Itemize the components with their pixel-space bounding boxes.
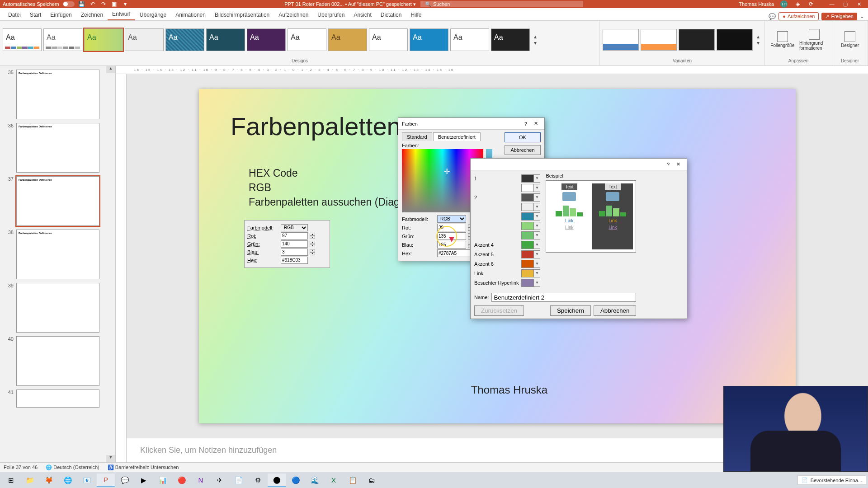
color-swatch-dropdown[interactable]: ▼ <box>521 203 540 211</box>
theme-thumb[interactable]: Aa <box>369 28 408 51</box>
tb-onenote[interactable]: N <box>192 474 210 487</box>
slideshow-icon[interactable]: ▣ <box>111 0 118 8</box>
tb-excel[interactable]: X <box>325 474 343 487</box>
slide-thumb-40[interactable]: 40 <box>5 336 111 386</box>
tb-app2[interactable]: 📊 <box>154 474 172 487</box>
variant-thumb[interactable] <box>679 29 715 51</box>
cancel-button[interactable]: Abbrechen <box>594 305 636 316</box>
theme-thumb[interactable]: Aa <box>125 28 164 51</box>
color-swatch-dropdown[interactable]: ▼ <box>521 222 540 230</box>
tb-obs[interactable]: ⬤ <box>268 474 286 487</box>
color-swatch-dropdown[interactable]: ▼ <box>521 269 540 277</box>
slide-body[interactable]: HEX Code RGB Farbenpaletten aussuchen (D… <box>249 166 403 210</box>
color-swatch-dropdown[interactable]: ▼ <box>521 184 540 192</box>
tab-standard[interactable]: Standard <box>402 132 432 141</box>
tb-powerpoint[interactable]: P <box>97 474 115 487</box>
tb-app3[interactable]: 🔴 <box>173 474 191 487</box>
tb-firefox[interactable]: 🦊 <box>40 474 58 487</box>
help-icon[interactable]: ? <box>521 121 531 127</box>
close-button[interactable]: ✕ <box>853 1 865 7</box>
document-title[interactable]: PPT 01 Roter Faden 002... • Auf "diesem … <box>284 1 416 7</box>
user-name[interactable]: Thomas Hruska <box>739 1 774 7</box>
tab-dictation[interactable]: Dictation <box>376 9 406 20</box>
slide-thumb-41[interactable]: 41 <box>5 389 111 408</box>
tab-aufzeichnen[interactable]: Aufzeichnen <box>274 9 313 20</box>
variant-thumb[interactable] <box>603 29 639 51</box>
cancel-button[interactable]: Abbrechen <box>505 145 541 155</box>
theme-thumb[interactable]: Aa <box>43 28 82 51</box>
tab-ansicht[interactable]: Ansicht <box>349 9 376 20</box>
tab-animationen[interactable]: Animationen <box>171 9 210 20</box>
sync-icon[interactable]: ⟳ <box>807 0 815 8</box>
dropdown-icon[interactable]: ▾ <box>122 0 129 8</box>
theme-thumb[interactable]: Aa <box>410 28 448 51</box>
themes-more[interactable]: ▴▾ <box>532 28 539 51</box>
hex-input[interactable] <box>437 249 472 257</box>
scroll-down-icon[interactable]: ▼ <box>106 455 115 462</box>
tray-notification[interactable]: 📄 Bevorstehende Einna... <box>797 475 866 485</box>
tab-einfuegen[interactable]: Einfügen <box>46 9 76 20</box>
tab-entwurf[interactable]: Entwurf <box>108 9 135 20</box>
variant-thumb[interactable] <box>641 29 677 51</box>
autosave-toggle[interactable] <box>63 1 75 7</box>
tb-telegram[interactable]: ✈ <box>211 474 229 487</box>
theme-thumb[interactable]: Aa <box>328 28 367 51</box>
color-swatch-dropdown[interactable]: ▼ <box>521 212 540 221</box>
help-icon[interactable]: ? <box>663 162 673 167</box>
slide-thumb-37[interactable]: 37Farbenpaletten Definieren <box>5 176 111 226</box>
tb-chrome[interactable]: 🌐 <box>59 474 77 487</box>
theme-name-input[interactable] <box>491 293 636 302</box>
slide-thumb-38[interactable]: 38Farbenpaletten Definieren <box>5 230 111 279</box>
accessibility-label[interactable]: ♿ Barrierefreiheit: Untersuchen <box>108 465 179 470</box>
inset-r-input[interactable] <box>281 232 308 239</box>
start-button[interactable]: ⊞ <box>2 474 20 487</box>
tb-app7[interactable]: 📋 <box>344 474 362 487</box>
slide-counter[interactable]: Folie 37 von 46 <box>4 465 38 470</box>
redo-icon[interactable]: ↷ <box>100 0 107 8</box>
theme-thumb[interactable]: Aa <box>450 28 489 51</box>
theme-thumb[interactable]: Aa <box>84 28 123 51</box>
tab-uebergaenge[interactable]: Übergänge <box>135 9 171 20</box>
tb-app4[interactable]: 📄 <box>230 474 248 487</box>
diamond-icon[interactable]: ◈ <box>794 0 801 8</box>
theme-thumb[interactable]: Aa <box>206 28 245 51</box>
color-swatch-dropdown[interactable]: ▼ <box>521 260 540 268</box>
inset-model-select[interactable]: RGB <box>281 224 308 231</box>
theme-thumb[interactable]: Aa <box>3 28 42 51</box>
theme-thumb[interactable]: Aa <box>165 28 204 51</box>
tb-app6[interactable]: 🔵 <box>287 474 305 487</box>
color-swatch-dropdown[interactable]: ▼ <box>521 231 540 239</box>
undo-icon[interactable]: ↶ <box>89 0 96 8</box>
tab-datei[interactable]: Datei <box>4 9 25 20</box>
inset-b-input[interactable] <box>281 249 308 256</box>
slide-thumb-39[interactable]: 39 <box>5 283 111 333</box>
minimize-button[interactable]: — <box>826 1 838 7</box>
tb-outlook[interactable]: 📧 <box>78 474 96 487</box>
tb-edge[interactable]: 🌊 <box>306 474 324 487</box>
tab-hilfe[interactable]: Hilfe <box>406 9 426 20</box>
close-icon[interactable]: ✕ <box>531 121 541 127</box>
tab-start[interactable]: Start <box>25 9 46 20</box>
variant-thumb[interactable] <box>717 29 753 51</box>
maximize-button[interactable]: ▢ <box>839 1 852 7</box>
color-swatch-dropdown[interactable]: ▼ <box>521 193 540 202</box>
share-button[interactable]: ↗ Freigeben <box>821 13 857 20</box>
color-model-select[interactable]: RGB <box>437 215 466 223</box>
comments-icon[interactable]: 💬 <box>769 13 776 20</box>
avatar[interactable]: TH <box>780 0 788 8</box>
slide-title[interactable]: Farbenpaletten <box>231 112 401 141</box>
reset-button[interactable]: Zurücksetzen <box>474 305 524 316</box>
tb-app8[interactable]: 🗂 <box>363 474 381 487</box>
slide-thumb-35[interactable]: 35Farbenpaletten Definieren <box>5 70 111 119</box>
theme-thumb[interactable]: Aa <box>288 28 326 51</box>
slide-size-button[interactable]: Foliengröße <box>768 24 797 56</box>
red-input[interactable] <box>437 224 466 231</box>
tb-app[interactable]: 💬 <box>116 474 134 487</box>
save-icon[interactable]: 💾 <box>78 0 85 8</box>
inset-hex-input[interactable] <box>281 257 308 264</box>
slide-thumb-36[interactable]: 36Farbenpaletten Definieren <box>5 123 111 173</box>
designer-button[interactable]: Designer <box>835 24 865 56</box>
theme-thumb[interactable]: Aa <box>491 28 530 51</box>
collapse-ribbon-icon[interactable]: ⌄ <box>860 13 864 19</box>
tab-bildschirm[interactable]: Bildschirmpräsentation <box>210 9 274 20</box>
